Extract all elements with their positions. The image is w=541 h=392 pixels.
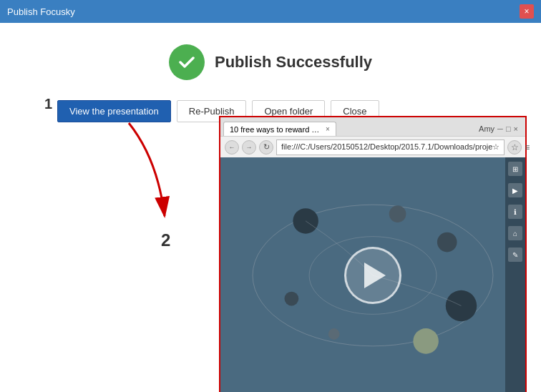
success-text: Publish Successfully — [215, 53, 372, 72]
success-section: Publish Successfully — [169, 44, 372, 80]
close-browser-icon[interactable]: × — [514, 124, 518, 133]
success-icon — [169, 44, 205, 80]
tab-close-icon[interactable]: × — [326, 125, 330, 133]
view-presentation-button[interactable]: View the presentation — [57, 100, 171, 122]
browser-preview: 10 free ways to reward em... × Amy ─ □ ×… — [219, 116, 527, 392]
title-bar-title: Publish Focusky — [7, 6, 75, 17]
forward-button[interactable]: → — [242, 140, 256, 155]
bookmark-icon[interactable]: ☆ — [507, 140, 522, 155]
step-2-label: 2 — [161, 230, 170, 250]
browser-toolbar: ← → ↻ file:///C:/Users/20150512/Desktop/… — [220, 136, 525, 157]
sidebar-edit-icon[interactable]: ✎ — [508, 248, 522, 262]
svg-point-7 — [389, 205, 406, 222]
svg-point-4 — [446, 290, 477, 321]
svg-point-5 — [437, 232, 457, 253]
browser-sidebar: ⊞ ▶ ℹ ⌂ ✎ — [505, 157, 525, 392]
browser-tab[interactable]: 10 free ways to reward em... × — [223, 122, 336, 136]
sidebar-play-icon[interactable]: ▶ — [508, 183, 522, 197]
main-content: 1 Publish Successfully View the presenta… — [0, 23, 541, 392]
browser-tabs: 10 free ways to reward em... × Amy ─ □ × — [220, 117, 525, 136]
browser-menu-button[interactable]: ≡ — [525, 140, 530, 155]
sidebar-home-icon[interactable]: ⌂ — [508, 226, 522, 240]
browser-chrome: 10 free ways to reward em... × Amy ─ □ ×… — [220, 117, 525, 157]
address-text: file:///C:/Users/20150512/Desktop/2015.7… — [281, 142, 499, 152]
sidebar-info-icon[interactable]: ℹ — [508, 205, 522, 219]
sidebar-grid-icon[interactable]: ⊞ — [508, 162, 522, 176]
browser-body: ⊞ ▶ ℹ ⌂ ✎ — [220, 157, 525, 392]
close-window-button[interactable]: × — [520, 4, 534, 19]
minimize-icon[interactable]: ─ — [497, 124, 503, 133]
address-bar[interactable]: file:///C:/Users/20150512/Desktop/2015.7… — [276, 139, 505, 155]
tab-title: 10 free ways to reward em... — [230, 125, 323, 134]
arrow-indicator — [72, 116, 200, 230]
back-button[interactable]: ← — [225, 140, 239, 155]
play-button[interactable] — [344, 247, 401, 304]
maximize-icon[interactable]: □ — [506, 124, 511, 133]
svg-point-8 — [413, 328, 439, 354]
title-bar: Publish Focusky × — [0, 0, 541, 23]
svg-point-6 — [284, 292, 298, 306]
username-label: Amy — [479, 124, 494, 133]
step-1-label: 1 — [44, 96, 52, 112]
play-triangle-icon — [364, 263, 386, 288]
svg-point-9 — [328, 328, 340, 340]
reload-button[interactable]: ↻ — [259, 140, 273, 155]
